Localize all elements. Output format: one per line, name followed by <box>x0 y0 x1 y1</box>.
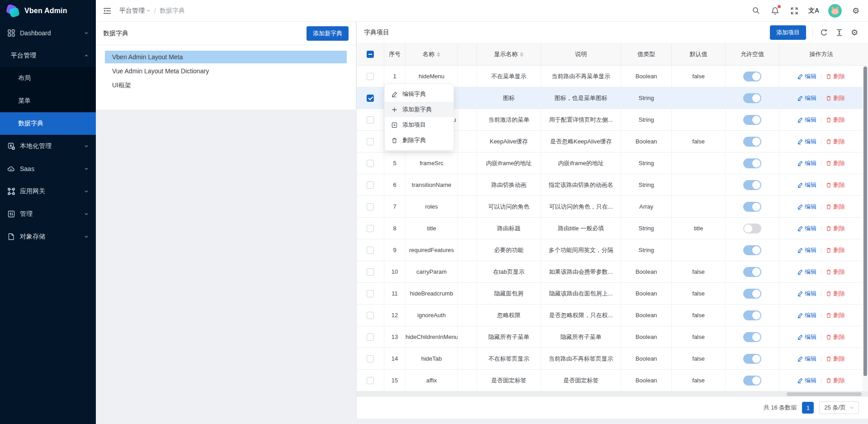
allow-null-toggle[interactable] <box>743 71 761 81</box>
allow-null-toggle[interactable] <box>743 158 761 168</box>
sidebar-item-gateway[interactable]: 应用网关 <box>0 180 96 203</box>
sort-icon[interactable] <box>520 52 524 57</box>
allow-null-toggle[interactable] <box>743 289 761 299</box>
sidebar-item-localization[interactable]: 本地化管理 <box>0 135 96 157</box>
sidebar-item-saas[interactable]: Saas <box>0 157 96 180</box>
row-checkbox[interactable] <box>367 312 374 319</box>
edit-button[interactable]: 编辑 <box>797 159 816 167</box>
logo[interactable]: Vben Admin <box>0 0 96 22</box>
delete-button[interactable]: 删除 <box>826 290 845 298</box>
sidebar-item-object-storage[interactable]: 对象存储 <box>0 225 96 248</box>
delete-button[interactable]: 删除 <box>826 116 845 124</box>
sidebar-item-dashboard[interactable]: Dashboard <box>0 22 96 44</box>
add-item-button[interactable]: 添加项目 <box>770 25 806 40</box>
edit-button[interactable]: 编辑 <box>797 311 816 319</box>
row-checkbox[interactable] <box>367 377 374 384</box>
row-checkbox[interactable] <box>367 333 374 341</box>
context-menu-item-delete-dictionary[interactable]: 删除字典 <box>385 133 453 148</box>
allow-null-toggle[interactable] <box>743 376 761 386</box>
edit-button[interactable]: 编辑 <box>797 290 816 298</box>
allow-null-toggle[interactable] <box>743 267 761 277</box>
delete-button[interactable]: 删除 <box>826 159 845 167</box>
dictionary-list-item[interactable]: UI框架 <box>105 79 347 91</box>
row-checkbox[interactable] <box>367 160 374 167</box>
row-checkbox[interactable] <box>367 138 374 145</box>
edit-button[interactable]: 编辑 <box>797 72 816 81</box>
delete-button[interactable]: 删除 <box>826 376 845 385</box>
row-checkbox[interactable] <box>367 203 374 210</box>
page-size-select[interactable]: 25 条/页 <box>819 401 859 414</box>
context-menu-item-add-dictionary[interactable]: 添加新字典 <box>385 102 453 117</box>
sidebar-item-data-dictionary[interactable]: 数据字典 <box>0 112 96 135</box>
sidebar-item-menu[interactable]: 菜单 <box>0 90 96 112</box>
delete-button[interactable]: 删除 <box>826 333 845 341</box>
edit-button[interactable]: 编辑 <box>797 116 816 124</box>
dictionary-list-item[interactable]: Vue Admin Layout Meta Dictionary <box>105 65 347 77</box>
delete-button[interactable]: 删除 <box>826 311 845 319</box>
edit-button[interactable]: 编辑 <box>797 94 816 102</box>
delete-button[interactable]: 删除 <box>826 268 845 276</box>
edit-button[interactable]: 编辑 <box>797 203 816 211</box>
allow-null-toggle[interactable] <box>743 137 761 147</box>
context-menu-item-edit-dictionary[interactable]: 编辑字典 <box>385 86 453 102</box>
row-checkbox[interactable] <box>367 225 374 232</box>
row-checkbox[interactable] <box>367 73 374 80</box>
allow-null-toggle[interactable] <box>743 310 761 320</box>
context-menu-item-add-item[interactable]: 添加项目 <box>385 117 453 133</box>
column-header-name[interactable]: 名称 <box>406 43 458 65</box>
allow-null-toggle[interactable] <box>743 224 761 233</box>
delete-button[interactable]: 删除 <box>826 94 845 102</box>
row-checkbox[interactable] <box>367 247 374 254</box>
row-checkbox[interactable] <box>367 95 374 102</box>
delete-button[interactable]: 删除 <box>826 246 845 254</box>
horizontal-scrollbar-thumb[interactable] <box>787 392 862 396</box>
allow-null-toggle[interactable] <box>743 115 761 125</box>
edit-button[interactable]: 编辑 <box>797 268 816 276</box>
page-number-button[interactable]: 1 <box>802 402 814 414</box>
row-checkbox[interactable] <box>367 268 374 276</box>
refresh-icon[interactable] <box>819 28 828 37</box>
sort-icon[interactable] <box>437 52 440 57</box>
user-avatar[interactable] <box>828 4 842 18</box>
notification-bell-icon[interactable] <box>770 6 780 16</box>
vertical-scrollbar[interactable] <box>863 66 868 391</box>
translate-icon[interactable]: 文A <box>808 6 819 16</box>
edit-button[interactable]: 编辑 <box>797 138 816 146</box>
delete-button[interactable]: 删除 <box>826 138 845 146</box>
search-icon[interactable] <box>751 6 761 16</box>
row-checkbox[interactable] <box>367 116 374 124</box>
sidebar-item-management[interactable]: 管理 <box>0 203 96 225</box>
allow-null-toggle[interactable] <box>743 202 761 212</box>
allow-null-toggle[interactable] <box>743 245 761 255</box>
vertical-scrollbar-thumb[interactable] <box>863 67 867 376</box>
delete-button[interactable]: 删除 <box>826 355 845 363</box>
allow-null-toggle[interactable] <box>743 354 761 364</box>
breadcrumb-root[interactable]: 平台管理 <box>119 7 151 15</box>
column-header-display-name[interactable]: 显示名称 <box>477 43 541 65</box>
row-checkbox[interactable] <box>367 290 374 297</box>
edit-button[interactable]: 编辑 <box>797 333 816 341</box>
edit-button[interactable]: 编辑 <box>797 246 816 254</box>
dictionary-list-item[interactable]: Vben Admin Layout Meta <box>105 51 347 63</box>
sidebar-collapse-icon[interactable] <box>103 7 111 14</box>
delete-button[interactable]: 删除 <box>826 72 845 81</box>
table-settings-gear-icon[interactable]: ⚙ <box>850 28 859 37</box>
allow-null-toggle[interactable] <box>743 93 761 103</box>
sidebar-group-platform[interactable]: 平台管理 <box>0 44 96 67</box>
row-checkbox[interactable] <box>367 355 374 362</box>
fullscreen-icon[interactable] <box>789 6 799 16</box>
delete-button[interactable]: 删除 <box>826 181 845 189</box>
delete-button[interactable]: 删除 <box>826 203 845 211</box>
select-all-checkbox[interactable] <box>367 51 374 58</box>
allow-null-toggle[interactable] <box>743 332 761 342</box>
delete-button[interactable]: 删除 <box>826 224 845 233</box>
add-dictionary-button[interactable]: 添加新字典 <box>307 26 349 41</box>
settings-gear-icon[interactable]: ⚙ <box>851 6 861 16</box>
edit-button[interactable]: 编辑 <box>797 355 816 363</box>
edit-button[interactable]: 编辑 <box>797 376 816 385</box>
sidebar-item-layout[interactable]: 布局 <box>0 67 96 90</box>
edit-button[interactable]: 编辑 <box>797 224 816 233</box>
edit-button[interactable]: 编辑 <box>797 181 816 189</box>
row-height-icon[interactable] <box>835 28 844 37</box>
allow-null-toggle[interactable] <box>743 180 761 190</box>
